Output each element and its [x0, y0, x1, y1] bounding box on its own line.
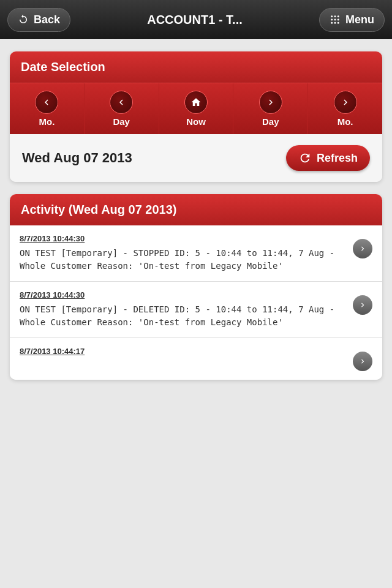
activity-text-1: ON TEST [Temporary] - STOPPED ID: 5 - 10… — [20, 248, 334, 271]
refresh-label: Refresh — [317, 152, 358, 165]
header-title: ACCOUNT1 - T... — [147, 13, 243, 27]
refresh-button[interactable]: Refresh — [286, 145, 370, 171]
activity-card: Activity (Wed Aug 07 2013) 8/7/2013 10:4… — [10, 194, 382, 380]
date-selection-card: Date Selection Mo. Day — [10, 51, 382, 182]
menu-label: Menu — [345, 13, 374, 26]
next-month-label: Mo. — [337, 116, 353, 127]
prev-month-label: Mo. — [39, 116, 55, 127]
date-selection-header: Date Selection — [10, 51, 382, 83]
svg-point-1 — [334, 15, 336, 17]
menu-button[interactable]: Menu — [319, 8, 385, 32]
svg-point-4 — [334, 19, 336, 21]
now-button[interactable]: Now — [159, 83, 234, 134]
activity-time-2: 8/7/2013 10:44:30 — [20, 290, 347, 300]
now-label: Now — [186, 116, 206, 127]
activity-detail-button-3[interactable] — [353, 352, 372, 371]
activity-content-1: 8/7/2013 10:44:30 ON TEST [Temporary] - … — [20, 234, 353, 273]
date-display: Wed Aug 07 2013 Refresh — [10, 134, 382, 182]
svg-point-5 — [337, 19, 339, 21]
current-date: Wed Aug 07 2013 — [22, 150, 132, 166]
back-label: Back — [34, 13, 60, 26]
date-nav: Mo. Day Now Day — [10, 83, 382, 134]
activity-title: Activity (Wed Aug 07 2013) — [21, 203, 177, 216]
prev-day-button[interactable]: Day — [85, 83, 159, 134]
activity-item: 8/7/2013 10:44:30 ON TEST [Temporary] - … — [10, 282, 382, 338]
svg-point-0 — [331, 15, 333, 17]
back-button[interactable]: Back — [7, 8, 70, 32]
svg-point-7 — [334, 22, 336, 24]
prev-month-button[interactable]: Mo. — [10, 83, 85, 134]
svg-point-8 — [337, 22, 339, 24]
prev-day-label: Day — [113, 116, 130, 127]
activity-detail-button-1[interactable] — [353, 239, 372, 258]
svg-point-3 — [331, 19, 333, 21]
activity-item: 8/7/2013 10:44:30 ON TEST [Temporary] - … — [10, 225, 382, 282]
date-selection-title: Date Selection — [21, 60, 105, 74]
next-month-button[interactable]: Mo. — [308, 83, 382, 134]
activity-text-2: ON TEST [Temporary] - DELETED ID: 5 - 10… — [20, 304, 334, 327]
activity-content-2: 8/7/2013 10:44:30 ON TEST [Temporary] - … — [20, 290, 353, 329]
next-day-label: Day — [262, 116, 279, 127]
activity-header: Activity (Wed Aug 07 2013) — [10, 194, 382, 225]
activity-content-3: 8/7/2013 10:44:17 — [20, 347, 353, 360]
activity-time-3: 8/7/2013 10:44:17 — [20, 347, 347, 356]
svg-point-2 — [337, 15, 339, 17]
header: Back ACCOUNT1 - T... Menu — [0, 0, 392, 39]
activity-item: 8/7/2013 10:44:17 — [10, 338, 382, 380]
activity-detail-button-2[interactable] — [353, 295, 372, 315]
svg-point-6 — [331, 22, 333, 24]
next-day-button[interactable]: Day — [233, 83, 308, 134]
main-content: Date Selection Mo. Day — [0, 39, 392, 392]
activity-time-1: 8/7/2013 10:44:30 — [20, 234, 347, 243]
